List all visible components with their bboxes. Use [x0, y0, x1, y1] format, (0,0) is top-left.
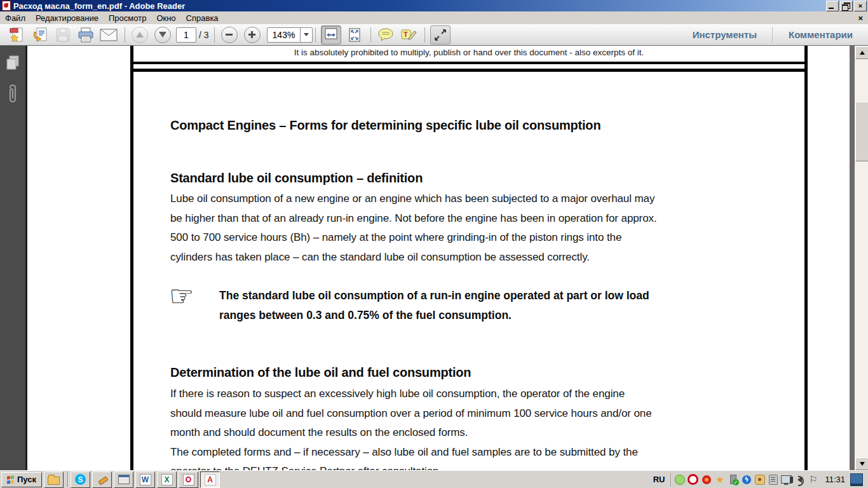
excel-icon: X [161, 474, 173, 485]
tray-volume-icon[interactable] [794, 474, 805, 485]
email-icon [100, 29, 118, 41]
next-page-button[interactable] [153, 26, 172, 44]
menubar: Файл Редактирование Просмотр Окно Справк… [0, 11, 868, 24]
menu-edit[interactable]: Редактирование [31, 12, 104, 24]
close-button[interactable]: × [854, 1, 867, 11]
section-heading: Determination of the lube oil and fuel c… [170, 365, 471, 380]
show-desktop-button[interactable] [850, 473, 863, 486]
minimize-button[interactable] [826, 1, 839, 11]
toolbar-panels: Инструменты Комментарии [677, 24, 868, 45]
save-icon [55, 27, 71, 43]
zoom-level-value[interactable]: 143% [268, 30, 301, 40]
taskbar-button-excel[interactable]: X [157, 471, 177, 488]
tray-clipboard-app-icon[interactable] [768, 474, 778, 485]
taskbar-separator [67, 473, 69, 487]
page-thumbnails-button[interactable] [5, 55, 20, 71]
close-document-icon[interactable]: × [858, 13, 863, 23]
scroll-up-button[interactable] [855, 46, 868, 59]
toolbar-separator [424, 27, 425, 43]
paragraph-line: operator to the DEUTZ Service Partner af… [170, 462, 652, 471]
program-window-icon [118, 475, 130, 484]
pointing-hand-icon: ☞ [169, 282, 194, 310]
vertical-scrollbar[interactable] [855, 46, 868, 471]
windows-logo-icon [7, 475, 15, 484]
window-titlebar: Расход масла_form_en.pdf - Adobe Reader … [0, 0, 868, 11]
tray-star-icon[interactable]: ★ [714, 474, 725, 485]
tray-safely-remove-hardware-icon[interactable]: ✓ [728, 474, 738, 485]
menu-view[interactable]: Просмотр [104, 12, 151, 24]
taskbar-button-skype[interactable]: S [71, 471, 90, 488]
tray-clock-app-icon[interactable] [754, 474, 765, 485]
skype-icon: S [75, 474, 86, 485]
toolbar-separator [370, 27, 371, 43]
tray-lightning-app-icon[interactable]: ϟ [741, 474, 752, 485]
zoom-in-icon [244, 27, 261, 43]
print-icon [78, 27, 94, 43]
taskbar-button-app[interactable] [92, 471, 112, 488]
restore-button[interactable] [840, 1, 853, 11]
language-indicator[interactable]: RU [648, 475, 670, 484]
fit-width-icon [324, 27, 338, 43]
fullscreen-button[interactable] [430, 25, 451, 44]
zoom-out-icon [221, 27, 238, 43]
previous-page-button[interactable] [130, 26, 149, 44]
arrow-down-icon [860, 462, 865, 466]
taskbar-button-opera[interactable]: O [179, 471, 198, 488]
paragraph-line: cylinders has taken place – can the stan… [170, 248, 657, 268]
fit-page-icon [348, 27, 362, 43]
open-file-icon [10, 27, 25, 43]
menu-help[interactable]: Справка [181, 12, 224, 24]
zoom-out-button[interactable] [220, 26, 239, 44]
adobe-reader-icon: A [205, 474, 216, 485]
save-as-button[interactable] [31, 26, 50, 44]
paragraph-line: 500 to 700 service hours (Bh) – namely a… [170, 228, 657, 248]
add-sticky-note-button[interactable] [376, 26, 395, 44]
tools-panel-button[interactable]: Инструменты [677, 29, 772, 40]
print-button[interactable] [76, 26, 95, 44]
start-button[interactable]: Пуск [1, 472, 42, 487]
comments-panel-button[interactable]: Комментарии [773, 29, 868, 40]
paragraph-line: month and should document the results on… [170, 423, 652, 443]
taskbar-button-program[interactable] [114, 471, 133, 488]
folder-icon [48, 477, 60, 485]
taskbar-button-adobe-reader[interactable]: A [200, 471, 220, 488]
menu-file[interactable]: Файл [0, 12, 31, 24]
highlight-text-button[interactable]: T [399, 26, 418, 44]
fit-page-button[interactable] [345, 26, 364, 44]
taskbar-button-word[interactable]: W [135, 471, 155, 488]
scrollbar-thumb[interactable] [855, 102, 868, 161]
navigation-pane-strip [0, 46, 27, 471]
attachments-button[interactable] [5, 84, 20, 105]
tray-flag-icon[interactable]: ⚐ [808, 474, 818, 485]
scroll-down-button[interactable] [855, 458, 868, 470]
save-button[interactable] [53, 26, 72, 44]
note-text: The standard lube oil consumption of a r… [219, 286, 649, 325]
email-button[interactable] [99, 26, 118, 44]
page-up-icon [132, 27, 148, 43]
save-as-icon [32, 27, 48, 43]
page-count-label: / 3 [199, 30, 209, 40]
fullscreen-icon [434, 29, 447, 41]
fit-width-button[interactable] [321, 25, 341, 44]
zoom-level-control: 143% [267, 27, 313, 43]
document-title: Compact Engines – Forms for determining … [170, 118, 600, 133]
toolbar-separator [125, 27, 125, 43]
menu-window[interactable]: Окно [151, 12, 180, 24]
open-file-button[interactable] [8, 26, 27, 44]
paragraph-line: Lube oil consumption of a new engine or … [170, 189, 657, 209]
note-line: The standard lube oil consumption of a r… [219, 286, 649, 306]
tray-recorder-icon[interactable] [701, 474, 712, 485]
zoom-in-button[interactable] [243, 26, 262, 44]
sticky-note-icon [377, 28, 394, 42]
taskbar-clock: 11:31 [820, 475, 850, 484]
pdf-page[interactable]: It is absolutely prohibited to multiply,… [27, 46, 855, 471]
tray-opera-icon[interactable] [688, 474, 698, 485]
content-frame-top-border [130, 69, 808, 72]
taskbar-button-explorer[interactable] [44, 471, 64, 488]
tray-green-app-icon[interactable] [674, 474, 685, 485]
document-area: It is absolutely prohibited to multiply,… [0, 46, 868, 471]
paragraph-line: The completed forms and – if necessary –… [170, 443, 652, 463]
zoom-dropdown-button[interactable] [300, 28, 312, 42]
page-number-input[interactable]: 1 [176, 27, 196, 43]
opera-icon: O [183, 474, 194, 485]
